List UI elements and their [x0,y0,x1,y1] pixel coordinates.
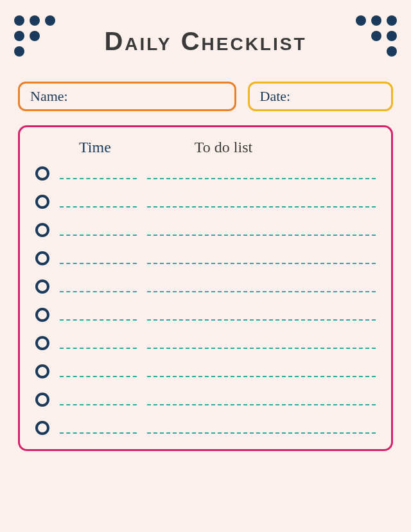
checklist-row [35,364,376,378]
checklist-rows [35,166,376,435]
time-input-line[interactable] [60,422,137,434]
column-headers: Time To do list [35,139,376,156]
checklist-row [35,195,376,209]
checkbox-circle[interactable] [35,223,49,237]
todo-input-line[interactable] [147,366,376,377]
checklist-box: Time To do list [18,125,393,451]
time-input-line[interactable] [60,366,137,377]
time-input-line[interactable] [60,394,137,405]
checklist-row [35,393,376,407]
time-input-line[interactable] [60,168,137,179]
decoration-dots-left [14,15,55,57]
time-input-line[interactable] [60,337,137,349]
checkbox-circle[interactable] [35,279,49,294]
checklist-row [35,336,376,350]
fields-row: Name: Date: [0,56,411,111]
todo-input-line[interactable] [147,196,376,208]
checkbox-circle[interactable] [35,251,49,265]
time-input-line[interactable] [60,253,137,264]
todo-input-line[interactable] [147,281,376,292]
checklist-row [35,251,376,265]
header-time: Time [79,139,111,156]
checkbox-circle[interactable] [35,393,49,407]
name-label: Name: [30,88,68,104]
checkbox-circle[interactable] [35,166,49,181]
checklist-row [35,223,376,237]
date-label: Date: [260,88,291,104]
todo-input-line[interactable] [147,337,376,349]
checklist-row [35,166,376,181]
time-input-line[interactable] [60,224,137,236]
todo-input-line[interactable] [147,168,376,179]
checkbox-circle[interactable] [35,421,49,435]
checkbox-circle[interactable] [35,195,49,209]
checkbox-circle[interactable] [35,364,49,378]
checklist-row [35,421,376,435]
header-todo: To do list [195,139,252,156]
todo-input-line[interactable] [147,253,376,264]
time-input-line[interactable] [60,281,137,292]
name-field[interactable]: Name: [18,82,236,111]
checkbox-circle[interactable] [35,336,49,350]
todo-input-line[interactable] [147,224,376,236]
decoration-dots-right [356,15,397,57]
todo-input-line[interactable] [147,309,376,321]
date-field[interactable]: Date: [248,82,393,111]
page-title: Daily Checklist [0,0,411,56]
checklist-row [35,279,376,294]
todo-input-line[interactable] [147,422,376,434]
time-input-line[interactable] [60,196,137,208]
checklist-row [35,308,376,322]
checkbox-circle[interactable] [35,308,49,322]
todo-input-line[interactable] [147,394,376,405]
time-input-line[interactable] [60,309,137,321]
